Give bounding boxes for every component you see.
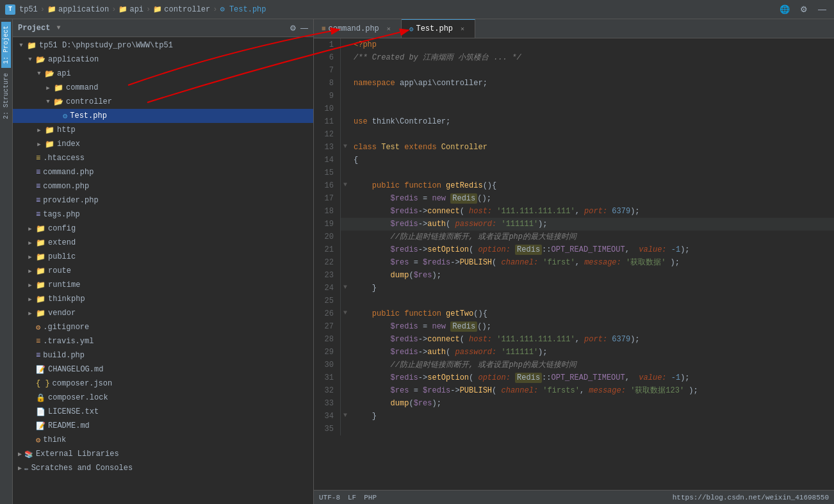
code-line-11: 11 use think\Controller; [314, 115, 834, 128]
think-icon: ⚙ [36, 435, 40, 445]
tree-item-command-php[interactable]: ≡ command.php [13, 165, 313, 179]
project-side-tab[interactable]: 1: Project [1, 22, 11, 68]
external-libraries-item[interactable]: ▶ 📚 External Libraries [13, 447, 313, 461]
tree-item-composer-json[interactable]: { } composer.json [13, 377, 313, 391]
tree-item-index[interactable]: ▶ 📁 index [13, 137, 313, 151]
code-line-21: 21 $redis->setOption( option: Redis::OPT… [314, 243, 834, 256]
code-line-19: 19 $redis->auth( password: '111111'); [314, 218, 834, 231]
provider-php-icon: ≡ [36, 196, 40, 205]
globe-button[interactable]: 🌐 [777, 3, 792, 15]
code-line-6: 6 /** Created by 江南烟雨 小筑楼台 ... */ [314, 51, 834, 64]
tree-item-root[interactable]: ▼ 📁 tp51 D:\phpstudy_pro\WWW\tp51 [13, 38, 313, 53]
side-tabs: 1: Project 2: Structure [0, 19, 13, 504]
tree-item-http[interactable]: ▶ 📁 http [13, 123, 313, 137]
tree-item-command[interactable]: ▶ 📁 command [13, 81, 313, 95]
tree-item-application[interactable]: ▼ 📂 application [13, 53, 313, 67]
tree-arrow-config: ▶ [26, 224, 35, 233]
tree-item-test-php[interactable]: ⚙ Test.php [13, 109, 313, 123]
tab-test-close[interactable]: ✕ [458, 24, 467, 33]
code-line-14: 14 { [314, 154, 834, 167]
runtime-folder-icon: 📁 [36, 280, 45, 290]
tree-arrow-root: ▼ [17, 41, 26, 50]
code-line-35: 35 [314, 423, 834, 435]
tree-item-travis[interactable]: ≡ .travis.yml [13, 334, 313, 348]
top-bar: T tp51 › 📁 application › 📁 api › 📁 contr… [0, 0, 834, 19]
tree-item-provider-php[interactable]: ≡ provider.php [13, 193, 313, 207]
api-folder-icon: 📂 [45, 69, 54, 79]
tree-label-root: tp51 D:\phpstudy_pro\WWW\tp51 [39, 41, 173, 50]
tree-label-application: application [48, 55, 99, 64]
tab-test-php[interactable]: ⚙ Test.php ✕ [402, 19, 475, 38]
tree-item-gitignore[interactable]: ⚙ .gitignore [13, 320, 313, 334]
tree-item-controller[interactable]: ▼ 📂 controller [13, 95, 313, 109]
tree-item-htaccess[interactable]: ≡ .htaccess [13, 151, 313, 165]
readme-icon: 📝 [36, 421, 45, 431]
tree-arrow-index: ▶ [35, 140, 44, 149]
tree-label-gitignore: .gitignore [43, 323, 89, 332]
tree-item-tags-php[interactable]: ≡ tags.php [13, 207, 313, 222]
tree-label-changelog: CHANGELOG.md [48, 365, 103, 374]
project-minus-button[interactable]: — [300, 24, 308, 33]
ext-lib-label: External Libraries [36, 450, 119, 459]
root-folder-icon: 📁 [27, 41, 37, 51]
code-line-20: 20 //防止超时链接而断开, 或者设置php的最大链接时间 [314, 231, 834, 243]
project-dropdown-icon: ▼ [56, 24, 60, 31]
tree-item-api[interactable]: ▼ 📂 api [13, 67, 313, 81]
settings-button[interactable]: ⚙ [797, 3, 810, 15]
tree-item-config[interactable]: ▶ 📁 config [13, 222, 313, 236]
tags-php-icon: ≡ [36, 210, 40, 219]
status-encoding: UTF-8 [319, 494, 340, 501]
code-line-25: 25 [314, 295, 834, 307]
thinkphp-folder-icon: 📁 [36, 295, 45, 304]
breadcrumb-controller: 📁 controller [153, 5, 210, 14]
scratches-arrow: ▶ [18, 464, 22, 472]
code-line-9: 9 [314, 90, 834, 102]
common-php-icon: ≡ [36, 182, 40, 191]
tree-arrow-api: ▼ [35, 69, 44, 78]
code-content[interactable]: 1 <?php 6 /** Created by 江南烟雨 小筑楼台 ... *… [314, 38, 834, 490]
project-title: Project [18, 24, 50, 33]
tree-label-composer-json: composer.json [53, 379, 113, 388]
line-fold-1 [341, 38, 350, 51]
tree-item-thinkphp[interactable]: ▶ 📁 thinkphp [13, 292, 313, 306]
status-bar: UTF-8 LF PHP https://blog.csdn.net/weixi… [314, 490, 834, 504]
status-url: https://blog.csdn.net/weixin_41698550 [673, 494, 829, 501]
tree-item-common-php[interactable]: ≡ common.php [13, 179, 313, 193]
code-line-16: 16 ▼ public function getRedis(){ [314, 179, 834, 192]
project-gear-button[interactable]: ⚙ [290, 24, 297, 33]
gitignore-icon: ⚙ [36, 323, 40, 332]
structure-side-tab[interactable]: 2: Structure [1, 69, 11, 123]
tab-command-close[interactable]: ✕ [384, 24, 393, 33]
tab-command-php[interactable]: ≡ command.php ✕ [314, 19, 402, 38]
tree-item-public[interactable]: ▶ 📁 public [13, 250, 313, 264]
project-header: Project ▼ ⚙ — [13, 19, 313, 37]
tree-item-changelog[interactable]: 📝 CHANGELOG.md [13, 362, 313, 377]
tree-item-runtime[interactable]: ▶ 📁 runtime [13, 278, 313, 292]
tree-item-extend[interactable]: ▶ 📁 extend [13, 236, 313, 250]
line-num-1: 1 [314, 38, 341, 51]
tree-item-think[interactable]: ⚙ think [13, 433, 313, 447]
project-panel: Project ▼ ⚙ — ▼ 📁 tp51 D:\phpstudy_pro\W… [13, 19, 314, 504]
tree-label-travis: .travis.yml [43, 337, 94, 346]
tree-item-route[interactable]: ▶ 📁 route [13, 264, 313, 278]
minus-button[interactable]: — [815, 3, 829, 15]
code-line-33: 33 dump($res); [314, 397, 834, 410]
tree-label-license: LICENSE.txt [48, 407, 99, 416]
code-line-24: 24 ▼ } [314, 282, 834, 295]
folder-icon: 📁 [153, 5, 162, 13]
main-layout: 1: Project 2: Structure Project ▼ ⚙ — ▼ … [0, 19, 834, 504]
line-num-6: 6 [314, 51, 341, 64]
code-line-8: 8 namespace app\api\controller; [314, 77, 834, 90]
tree-item-build-php[interactable]: ≡ build.php [13, 348, 313, 362]
tree-item-composer-lock[interactable]: 🔒 composer.lock [13, 391, 313, 405]
tree-label-index: index [57, 140, 80, 149]
tree-item-vendor[interactable]: ▶ 📁 vendor [13, 306, 313, 320]
code-line-15: 15 [314, 167, 834, 179]
top-bar-actions: 🌐 ⚙ — [777, 3, 829, 15]
scratches-item[interactable]: ▶ ✏️ Scratches and Consoles [13, 461, 313, 475]
index-folder-icon: 📁 [45, 140, 54, 149]
tree-item-license[interactable]: 📄 LICENSE.txt [13, 405, 313, 419]
vendor-folder-icon: 📁 [36, 309, 45, 318]
tree-label-provider-php: provider.php [43, 196, 98, 205]
tree-item-readme[interactable]: 📝 README.md [13, 419, 313, 433]
